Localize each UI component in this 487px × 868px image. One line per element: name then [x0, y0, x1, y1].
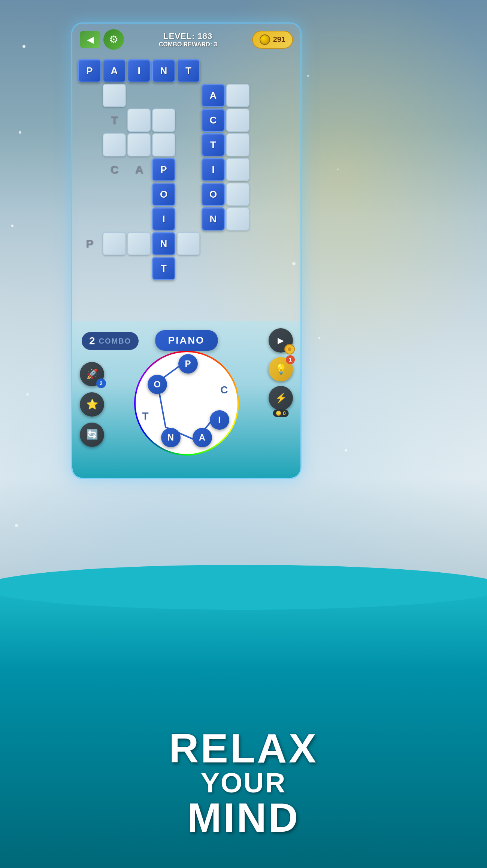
cell-C-gray: C — [103, 158, 126, 181]
cell-T1: T — [177, 59, 200, 82]
cell-empty — [177, 133, 200, 156]
cell-empty — [103, 207, 126, 231]
star-button[interactable] — [80, 392, 104, 417]
cell-white — [226, 109, 249, 132]
cell-empty — [177, 207, 200, 231]
cell-empty — [276, 158, 299, 181]
cell-empty — [127, 207, 151, 231]
cell-empty — [103, 183, 126, 206]
cell-I1: I — [127, 59, 151, 82]
video-button[interactable] — [269, 328, 293, 353]
cell-white — [103, 133, 126, 156]
snow-dot — [318, 337, 320, 339]
settings-button[interactable] — [103, 29, 124, 50]
word-display: PIANO — [155, 330, 218, 351]
cell-empty — [177, 84, 200, 107]
cell-empty — [127, 257, 151, 280]
cell-empty — [276, 84, 299, 107]
cell-empty — [251, 207, 274, 231]
combo-badge: 2 COMBO — [82, 332, 139, 350]
lightning-counter: 0 — [273, 409, 289, 417]
hint-button[interactable]: 1 — [269, 357, 293, 381]
cell-A2: A — [202, 84, 225, 107]
cell-empty — [177, 158, 200, 181]
cell-empty — [78, 158, 101, 181]
cell-empty — [251, 183, 274, 206]
level-label: LEVEL: 183 — [124, 31, 252, 41]
cell-empty — [202, 59, 225, 82]
cell-A-gray: A — [127, 158, 151, 181]
wheel-letter-N[interactable]: N — [161, 428, 181, 447]
cell-empty — [78, 133, 101, 156]
wheel-letter-I[interactable]: I — [210, 410, 229, 430]
cell-empty — [177, 183, 200, 206]
cell-empty — [276, 257, 299, 280]
cell-white — [127, 109, 151, 132]
coin-badge: 291 — [252, 31, 293, 49]
cell-white — [152, 109, 175, 132]
cell-white — [103, 232, 126, 255]
wheel-letter-A[interactable]: A — [193, 428, 212, 447]
cell-white — [226, 207, 249, 231]
snow-dot — [345, 449, 347, 451]
wheel-letter-T[interactable]: T — [142, 410, 149, 422]
cell-empty — [276, 183, 299, 206]
snow-dot — [307, 75, 309, 77]
cell-P2: P — [152, 158, 175, 181]
snow-dot — [11, 225, 13, 227]
letter-wheel[interactable]: P O C T I N A — [134, 351, 239, 456]
refresh-button[interactable] — [80, 423, 104, 447]
wheel-letter-P[interactable]: P — [178, 354, 198, 374]
cell-white — [152, 133, 175, 156]
cell-white — [226, 84, 249, 107]
cell-white — [226, 133, 249, 156]
film-coins-icon — [284, 344, 295, 354]
cell-empty — [276, 59, 299, 82]
right-buttons: 1 0 — [269, 328, 293, 410]
coin-amount: 291 — [273, 35, 285, 44]
cell-empty — [251, 109, 274, 132]
snow-dot — [337, 168, 339, 170]
back-button[interactable] — [80, 31, 100, 48]
cell-O2: O — [202, 183, 225, 206]
cell-O1: O — [152, 183, 175, 206]
teal-wave — [0, 565, 487, 610]
lightning-count: 0 — [283, 410, 286, 416]
cell-A1: A — [103, 59, 126, 82]
cell-empty — [276, 109, 299, 132]
cell-empty — [202, 257, 225, 280]
cell-N2: N — [202, 207, 225, 231]
cell-empty — [78, 109, 101, 132]
cell-empty — [127, 183, 151, 206]
cell-T2: T — [202, 133, 225, 156]
tagline-your: YOUR — [0, 769, 487, 797]
combo-reward-label: COMBO REWARD: 3 — [124, 41, 252, 48]
cell-empty — [276, 133, 299, 156]
lightning-button[interactable]: 0 — [269, 386, 293, 410]
cell-empty — [78, 183, 101, 206]
rocket-button[interactable]: 2 — [80, 362, 104, 386]
cell-empty — [127, 84, 151, 107]
current-word: PIANO — [168, 335, 205, 346]
crossword-grid: P A I N T A T — [78, 59, 295, 329]
wheel-letter-C[interactable]: C — [220, 384, 228, 396]
cell-empty — [251, 158, 274, 181]
cell-empty — [152, 84, 175, 107]
cell-white — [226, 183, 249, 206]
snow-dot — [26, 393, 29, 396]
wheel-letter-O[interactable]: O — [148, 375, 167, 394]
cell-C2: C — [202, 109, 225, 132]
cell-empty — [276, 232, 299, 255]
cell-white — [127, 232, 151, 255]
cell-empty — [177, 257, 200, 280]
cell-empty — [251, 84, 274, 107]
top-bar: LEVEL: 183 COMBO REWARD: 3 291 — [72, 24, 300, 55]
cell-empty — [251, 59, 274, 82]
cell-empty — [78, 257, 101, 280]
level-info: LEVEL: 183 COMBO REWARD: 3 — [124, 31, 252, 48]
cell-empty — [226, 257, 249, 280]
coin-icon — [260, 34, 270, 45]
combo-label: COMBO — [99, 337, 131, 345]
tagline-mind: MIND — [0, 797, 487, 838]
cell-white — [226, 158, 249, 181]
